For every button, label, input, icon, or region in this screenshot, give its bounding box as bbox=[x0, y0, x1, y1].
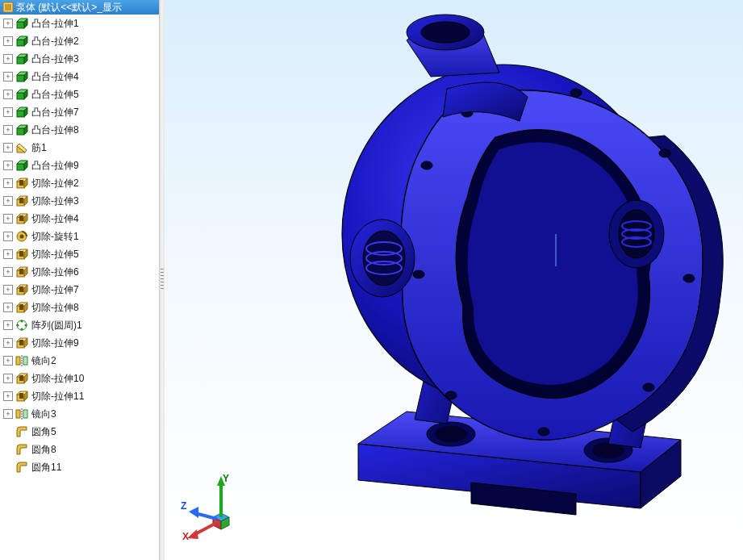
expand-toggle[interactable]: + bbox=[3, 161, 13, 170]
expand-toggle[interactable]: + bbox=[3, 267, 13, 277]
tree-header[interactable]: 泵体 (默认<<默认>_显示 bbox=[0, 0, 159, 15]
expand-toggle[interactable]: + bbox=[3, 90, 13, 99]
expand-toggle[interactable]: + bbox=[3, 232, 13, 241]
feature-label: 切除-拉伸7 bbox=[31, 283, 79, 297]
svg-point-101 bbox=[421, 161, 432, 169]
feature-label: 阵列(圆周)1 bbox=[31, 319, 82, 332]
feature-item[interactable]: +切除-拉伸9 bbox=[2, 334, 159, 352]
feature-item[interactable]: +筋1 bbox=[2, 139, 159, 157]
feature-item[interactable]: +凸台-拉伸5 bbox=[2, 86, 159, 103]
feature-item[interactable]: +凸台-拉伸8 bbox=[2, 121, 159, 139]
svg-point-94 bbox=[570, 89, 582, 97]
extrude-cut-icon bbox=[15, 194, 28, 207]
svg-point-97 bbox=[643, 383, 654, 391]
feature-item[interactable]: +凸台-拉伸4 bbox=[2, 68, 159, 86]
expand-toggle[interactable]: + bbox=[3, 356, 13, 366]
expand-toggle[interactable]: + bbox=[3, 178, 13, 188]
feature-item[interactable]: +切除-拉伸6 bbox=[2, 263, 159, 281]
feature-item[interactable]: 圆角5 bbox=[2, 423, 159, 441]
feature-item[interactable]: +凸台-拉伸1 bbox=[2, 15, 159, 32]
svg-rect-57 bbox=[19, 304, 23, 310]
feature-item[interactable]: 圆角11 bbox=[2, 458, 159, 476]
expand-toggle[interactable]: + bbox=[3, 19, 13, 28]
feature-label: 切除-拉伸5 bbox=[31, 248, 79, 261]
tree-header-title: 泵体 (默认<<默认>_显示 bbox=[16, 2, 122, 13]
extrude-cut-icon bbox=[15, 248, 28, 261]
fillet-icon bbox=[15, 425, 28, 438]
orientation-triad[interactable]: Y X Z bbox=[181, 473, 253, 545]
feature-tree-panel: 泵体 (默认<<默认>_显示 +凸台-拉伸1+凸台-拉伸2+凸台-拉伸3+凸台-… bbox=[0, 0, 160, 560]
expand-toggle[interactable]: + bbox=[3, 143, 13, 153]
pump-body-model[interactable] bbox=[229, 0, 743, 557]
feature-item[interactable]: +切除-旋转1 bbox=[2, 228, 159, 245]
feature-item[interactable]: +镜向3 bbox=[2, 405, 159, 423]
feature-item[interactable]: +凸台-拉伸7 bbox=[2, 103, 159, 121]
svg-point-100 bbox=[413, 270, 424, 278]
feature-item[interactable]: +切除-拉伸10 bbox=[2, 370, 159, 387]
expand-toggle[interactable]: + bbox=[3, 320, 13, 330]
feature-item[interactable]: +凸台-拉伸9 bbox=[2, 157, 159, 174]
svg-rect-8 bbox=[17, 57, 24, 64]
feature-label: 凸台-拉伸5 bbox=[31, 88, 79, 102]
expand-toggle[interactable]: + bbox=[3, 374, 13, 383]
feature-item[interactable]: +凸台-拉伸2 bbox=[2, 32, 159, 50]
feature-item[interactable]: +切除-拉伸5 bbox=[2, 245, 159, 263]
expand-toggle[interactable]: + bbox=[3, 214, 13, 224]
svg-point-61 bbox=[20, 328, 23, 330]
svg-rect-20 bbox=[17, 128, 24, 135]
extrude-cut-icon bbox=[15, 301, 28, 314]
expand-toggle[interactable]: + bbox=[3, 196, 13, 206]
expand-toggle[interactable]: + bbox=[3, 107, 13, 117]
feature-label: 凸台-拉伸1 bbox=[31, 17, 79, 31]
feature-label: 筋1 bbox=[31, 141, 47, 155]
svg-point-98 bbox=[538, 428, 549, 436]
feature-item[interactable]: +切除-拉伸3 bbox=[2, 192, 159, 210]
feature-item[interactable]: +切除-拉伸11 bbox=[2, 387, 159, 405]
expand-toggle[interactable]: + bbox=[3, 391, 13, 401]
circular-pattern-icon bbox=[15, 319, 28, 332]
svg-point-62 bbox=[16, 324, 19, 326]
svg-rect-14 bbox=[17, 93, 24, 99]
svg-point-103 bbox=[421, 22, 470, 43]
fillet-icon bbox=[15, 461, 28, 474]
expand-toggle[interactable]: + bbox=[3, 249, 13, 259]
svg-rect-68 bbox=[23, 357, 27, 365]
svg-rect-73 bbox=[19, 375, 23, 381]
triad-svg bbox=[181, 473, 253, 545]
feature-label: 切除-拉伸8 bbox=[31, 301, 79, 315]
expand-toggle[interactable]: + bbox=[3, 338, 13, 348]
svg-point-110 bbox=[619, 210, 654, 258]
expand-toggle[interactable]: + bbox=[3, 285, 13, 295]
feature-item[interactable]: +切除-拉伸4 bbox=[2, 210, 159, 228]
svg-rect-31 bbox=[19, 180, 23, 186]
feature-label: 凸台-拉伸2 bbox=[31, 35, 79, 48]
feature-item[interactable]: +切除-拉伸2 bbox=[2, 174, 159, 192]
expand-toggle[interactable]: + bbox=[3, 303, 13, 312]
revolve-cut-icon bbox=[15, 230, 28, 243]
svg-point-60 bbox=[24, 324, 27, 326]
feature-item[interactable]: +凸台-拉伸3 bbox=[2, 50, 159, 68]
expand-toggle[interactable]: + bbox=[3, 36, 13, 46]
feature-item[interactable]: +切除-拉伸8 bbox=[2, 299, 159, 316]
model-viewport[interactable]: Y X Z bbox=[165, 0, 743, 560]
feature-label: 切除-拉伸6 bbox=[31, 265, 79, 279]
feature-label: 切除-旋转1 bbox=[31, 230, 79, 244]
svg-line-121 bbox=[195, 513, 217, 519]
feature-item[interactable]: +切除-拉伸7 bbox=[2, 281, 159, 299]
extrude-boss-icon bbox=[15, 159, 28, 172]
expand-toggle[interactable]: + bbox=[3, 72, 13, 81]
svg-rect-45 bbox=[19, 251, 23, 257]
feature-item[interactable]: +阵列(圆周)1 bbox=[2, 316, 159, 334]
svg-point-41 bbox=[20, 235, 24, 239]
extrude-cut-icon bbox=[15, 212, 28, 225]
feature-item[interactable]: +镜向2 bbox=[2, 352, 159, 370]
feature-item[interactable]: 圆角8 bbox=[2, 441, 159, 458]
expand-toggle[interactable]: + bbox=[3, 125, 13, 135]
expand-toggle[interactable]: + bbox=[3, 54, 13, 64]
feature-label: 镜向3 bbox=[31, 407, 56, 421]
feature-label: 切除-拉伸11 bbox=[31, 390, 84, 403]
fillet-icon bbox=[15, 443, 28, 456]
expand-toggle[interactable]: + bbox=[3, 409, 13, 419]
svg-point-105 bbox=[363, 231, 405, 286]
extrude-boss-icon bbox=[15, 88, 28, 101]
